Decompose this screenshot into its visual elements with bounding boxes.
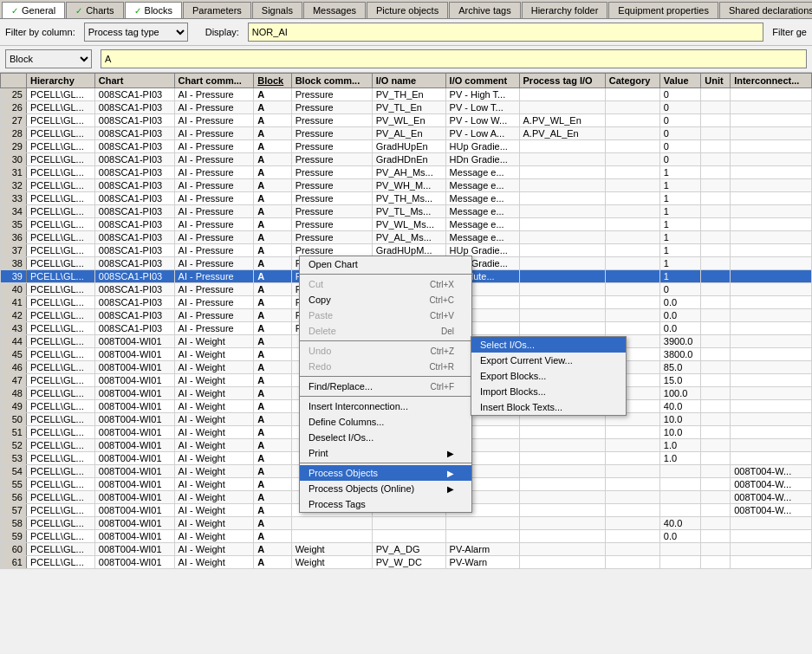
table-row[interactable]: 33PCELL\GL...008SCA1-PI03AI - PressureAP… bbox=[1, 192, 812, 205]
table-row[interactable]: 26PCELL\GL...008SCA1-PI03AI - PressureAP… bbox=[1, 101, 812, 114]
table-cell: A bbox=[254, 335, 291, 348]
table-cell: Pressure bbox=[291, 166, 372, 179]
table-row[interactable]: 31PCELL\GL...008SCA1-PI03AI - PressureAP… bbox=[1, 166, 812, 179]
table-cell bbox=[701, 426, 731, 439]
col-header-unit[interactable]: Unit bbox=[701, 74, 731, 88]
tab-charts[interactable]: ✓ Charts bbox=[66, 2, 123, 18]
table-row[interactable]: 27PCELL\GL...008SCA1-PI03AI - PressureAP… bbox=[1, 114, 812, 127]
ctx-delete[interactable]: Delete Del bbox=[300, 323, 471, 339]
table-cell bbox=[731, 140, 812, 153]
table-cell bbox=[605, 257, 659, 270]
col-header-io-comment[interactable]: I/O comment bbox=[445, 74, 519, 88]
col-header-chart[interactable]: Chart bbox=[94, 74, 174, 88]
col-header-process-tag-io[interactable]: Process tag I/O bbox=[519, 74, 605, 88]
table-row[interactable]: 60PCELL\GL...008T004-WI01AI - WeightAWei… bbox=[1, 543, 812, 556]
table-row[interactable]: 29PCELL\GL...008SCA1-PI03AI - PressureAP… bbox=[1, 140, 812, 153]
ctx-separator-5 bbox=[300, 463, 471, 463]
table-cell bbox=[605, 322, 659, 335]
table-row[interactable]: 28PCELL\GL...008SCA1-PI03AI - PressureAP… bbox=[1, 127, 812, 140]
col-header-interconnect[interactable]: Interconnect... bbox=[731, 74, 812, 88]
col-header-block[interactable]: Block bbox=[254, 74, 291, 88]
tab-messages[interactable]: Messages bbox=[303, 2, 366, 18]
table-cell: 008SCA1-PI03 bbox=[94, 166, 174, 179]
table-cell: A bbox=[254, 530, 291, 543]
table-cell bbox=[701, 491, 731, 504]
table-row[interactable]: 34PCELL\GL...008SCA1-PI03AI - PressureAP… bbox=[1, 205, 812, 218]
ctx-open-chart[interactable]: Open Chart bbox=[300, 256, 471, 272]
submenu-export-current-view[interactable]: Export Current View... bbox=[471, 353, 626, 368]
ctx-delete-label: Delete bbox=[309, 326, 336, 336]
tab-equipment-properties[interactable]: Equipment properties bbox=[608, 2, 718, 18]
ctx-insert-interconnection[interactable]: Insert Interconnection... bbox=[300, 398, 471, 414]
table-cell: AI - Weight bbox=[174, 335, 254, 348]
table-cell bbox=[605, 543, 659, 556]
ctx-copy[interactable]: Copy Ctrl+C bbox=[300, 292, 471, 308]
table-row[interactable]: 61PCELL\GL...008T004-WI01AI - WeightAWei… bbox=[1, 556, 812, 569]
process-tag-type-select[interactable]: Process tag type bbox=[84, 23, 188, 42]
ctx-paste[interactable]: Paste Ctrl+V bbox=[300, 308, 471, 323]
table-cell: A bbox=[254, 153, 291, 166]
ctx-process-objects-online[interactable]: Process Objects (Online) ▶ bbox=[300, 481, 471, 496]
col-header-value[interactable]: Value bbox=[659, 74, 701, 88]
table-cell: Pressure bbox=[291, 101, 372, 114]
table-cell: 30 bbox=[1, 153, 27, 166]
ctx-cut[interactable]: Cut Ctrl+X bbox=[300, 276, 471, 292]
table-cell: Message e... bbox=[445, 192, 519, 205]
table-cell bbox=[605, 205, 659, 218]
tab-picture-objects[interactable]: Picture objects bbox=[367, 2, 448, 18]
table-row[interactable]: 30PCELL\GL...008SCA1-PI03AI - PressureAP… bbox=[1, 153, 812, 166]
ctx-process-tags[interactable]: Process Tags bbox=[300, 496, 471, 512]
tab-check-charts: ✓ bbox=[75, 6, 82, 16]
ctx-deselect-ios[interactable]: Deselect I/Os... bbox=[300, 430, 471, 445]
table-row[interactable]: 58PCELL\GL...008T004-WI01AI - WeightA40.… bbox=[1, 517, 812, 530]
table-row[interactable]: 59PCELL\GL...008T004-WI01AI - WeightA0.0 bbox=[1, 530, 812, 543]
table-cell: 40.0 bbox=[659, 400, 701, 413]
table-cell bbox=[519, 452, 605, 465]
table-cell bbox=[659, 504, 701, 517]
table-cell: 0 bbox=[659, 114, 701, 127]
ctx-process-objects[interactable]: Process Objects ▶ bbox=[300, 465, 471, 481]
tab-shared-declarations[interactable]: Shared declarations bbox=[719, 2, 812, 18]
ctx-undo[interactable]: Undo Ctrl+Z bbox=[300, 343, 471, 359]
submenu-export-current-view-label: Export Current View... bbox=[480, 355, 573, 366]
ctx-redo[interactable]: Redo Ctrl+R bbox=[300, 359, 471, 374]
col-header-hierarchy[interactable]: Hierarchy bbox=[27, 74, 95, 88]
col-header-category[interactable]: Category bbox=[605, 74, 659, 88]
table-cell: 008T004-WI01 bbox=[94, 387, 174, 400]
col-header-chart-comm[interactable]: Chart comm... bbox=[174, 74, 254, 88]
tab-blocks[interactable]: ✓ Blocks bbox=[125, 2, 182, 18]
table-cell: 008T004-WI01 bbox=[94, 400, 174, 413]
table-cell: 0.0 bbox=[659, 322, 701, 335]
submenu-select-ios[interactable]: Select I/Os... bbox=[471, 337, 626, 353]
block-type-select[interactable]: Block bbox=[5, 49, 92, 68]
tab-signals[interactable]: Signals bbox=[252, 2, 302, 18]
block-value-input[interactable] bbox=[101, 49, 807, 68]
table-cell bbox=[519, 140, 605, 153]
table-row[interactable]: 36PCELL\GL...008SCA1-PI03AI - PressureAP… bbox=[1, 231, 812, 244]
table-row[interactable]: 25PCELL\GL...008SCA1-PI03AI - PressureAP… bbox=[1, 88, 812, 101]
table-cell: AI - Pressure bbox=[174, 192, 254, 205]
table-cell: PV - Low T... bbox=[445, 101, 519, 114]
ctx-define-columns[interactable]: Define Columns... bbox=[300, 414, 471, 430]
tab-archive-tags[interactable]: Archive tags bbox=[449, 2, 521, 18]
col-header-block-comm[interactable]: Block comm... bbox=[291, 74, 372, 88]
table-cell: PCELL\GL... bbox=[27, 153, 95, 166]
tab-general[interactable]: ✓ General bbox=[2, 2, 65, 18]
submenu-insert-block-texts[interactable]: Insert Block Texts... bbox=[471, 399, 626, 415]
ctx-print[interactable]: Print ▶ bbox=[300, 445, 471, 461]
table-cell: A bbox=[254, 348, 291, 361]
table-row[interactable]: 35PCELL\GL...008SCA1-PI03AI - PressureAP… bbox=[1, 218, 812, 231]
table-cell: PCELL\GL... bbox=[27, 543, 95, 556]
process-tag-value-input[interactable] bbox=[248, 23, 763, 42]
table-cell: PV_TL_En bbox=[372, 101, 445, 114]
submenu-export-blocks[interactable]: Export Blocks... bbox=[471, 368, 626, 384]
table-cell: A bbox=[254, 88, 291, 101]
table-row[interactable]: 32PCELL\GL...008SCA1-PI03AI - PressureAP… bbox=[1, 179, 812, 192]
tab-hierarchy-folder[interactable]: Hierarchy folder bbox=[522, 2, 608, 18]
ctx-find-replace[interactable]: Find/Replace... Ctrl+F bbox=[300, 379, 471, 394]
ctx-paste-label: Paste bbox=[309, 310, 333, 321]
col-header-io-name[interactable]: I/O name bbox=[372, 74, 445, 88]
submenu-import-blocks[interactable]: Import Blocks... bbox=[471, 384, 626, 399]
table-cell bbox=[445, 530, 519, 543]
tab-parameters[interactable]: Parameters bbox=[183, 2, 251, 18]
